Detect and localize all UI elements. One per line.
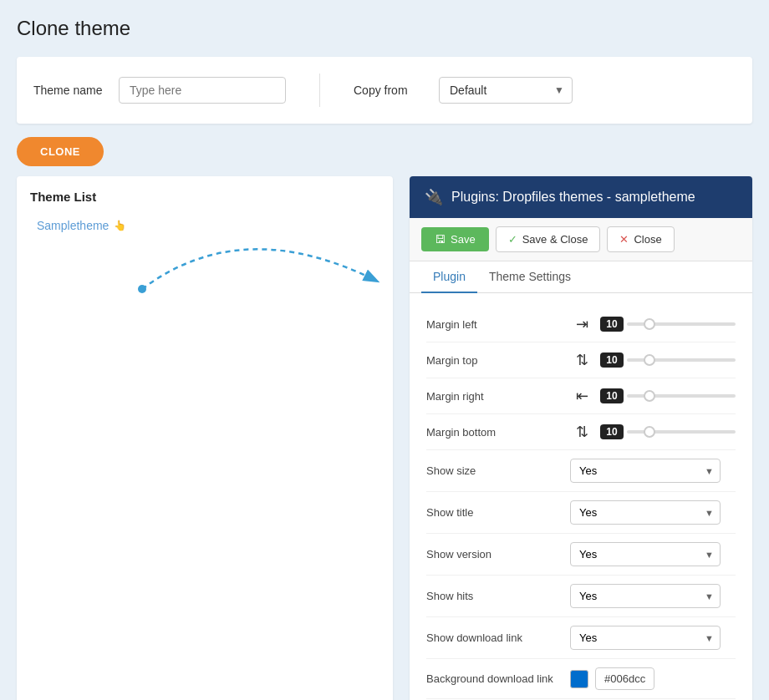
margin-bottom-thumb[interactable] [644,426,655,438]
show-download-link-row: Show download link Yes No ▼ [426,617,736,659]
toolbar: 🖫 Save ✓ Save & Close ✕ Close [410,218,752,261]
bg-download-link-label: Background download link [426,672,560,685]
margin-bottom-slider[interactable] [627,430,736,434]
margin-right-row: Margin right ⇤ 10 [426,378,736,414]
margin-bottom-label: Margin bottom [426,426,560,439]
show-hits-control: Yes No ▼ [570,584,736,608]
margin-bottom-control: ⇅ 10 [570,423,736,441]
show-download-link-label: Show download link [426,632,560,644]
margin-bottom-slider-wrapper: 10 [600,424,736,439]
copy-from-select[interactable]: Default Sampletheme [439,77,573,104]
close-icon: ✕ [619,233,629,246]
show-size-control: Yes No ▼ [570,459,736,483]
page-title: Clone theme [17,17,752,40]
bg-download-link-row: Background download link #006dcc [426,659,736,699]
margin-left-slider-wrapper: 10 [600,317,736,332]
plugin-icon: 🔌 [425,188,443,206]
margin-left-value: 10 [600,317,624,332]
margin-bottom-value: 10 [600,424,624,439]
show-size-label: Show size [426,464,560,477]
save-button[interactable]: 🖫 Save [421,227,489,251]
show-size-select-wrapper: Yes No ▼ [570,459,721,483]
list-item[interactable]: Sampletheme 👆 [30,214,379,237]
bg-download-link-swatch[interactable] [570,670,588,688]
margin-bottom-row: Margin bottom ⇅ 10 [426,414,736,450]
margin-right-slider-wrapper: 10 [600,388,736,403]
margin-top-thumb[interactable] [644,354,655,366]
divider [319,74,320,107]
margin-right-value: 10 [600,388,624,403]
bg-download-link-value: #006dcc [595,667,654,690]
show-title-control: Yes No ▼ [570,500,736,525]
right-panel: 🔌 Plugins: Dropfiles themes - samplethem… [410,176,752,700]
tab-theme-settings[interactable]: Theme Settings [477,261,583,293]
margin-left-control: ⇥ 10 [570,315,736,333]
show-size-row: Show size Yes No ▼ [426,450,736,492]
margin-left-icon: ⇥ [570,315,593,333]
show-version-row: Show version Yes No ▼ [426,534,736,576]
margin-left-thumb[interactable] [644,318,655,330]
show-title-select-wrapper: Yes No ▼ [570,500,721,525]
show-title-label: Show title [426,506,560,519]
copy-from-label: Copy from [354,84,429,97]
margin-top-row: Margin top ⇅ 10 [426,342,736,378]
copy-from-group: Copy from Default Sampletheme ▼ [354,77,573,104]
margin-right-slider[interactable] [627,394,736,398]
margin-top-slider-wrapper: 10 [600,353,736,368]
copy-from-select-wrapper: Default Sampletheme ▼ [439,77,573,104]
bg-download-link-control: #006dcc [570,667,736,690]
show-size-select[interactable]: Yes No [570,459,721,483]
margin-top-value: 10 [600,353,624,368]
show-version-control: Yes No ▼ [570,542,736,566]
cursor-icon: 👆 [114,220,126,231]
show-version-select-wrapper: Yes No ▼ [570,542,721,566]
show-version-select[interactable]: Yes No [570,542,721,566]
show-hits-row: Show hits Yes No ▼ [426,576,736,617]
save-icon: 🖫 [435,233,446,246]
tab-plugin[interactable]: Plugin [421,261,477,293]
margin-right-icon: ⇤ [570,387,593,405]
margin-right-thumb[interactable] [644,390,655,402]
show-version-label: Show version [426,548,560,561]
margin-right-label: Margin right [426,390,560,403]
margin-left-slider[interactable] [627,322,736,326]
show-download-link-control: Yes No ▼ [570,626,736,650]
margin-bottom-icon: ⇅ [570,423,593,441]
margin-top-slider[interactable] [627,358,736,362]
tabs: Plugin Theme Settings [410,261,752,293]
theme-name-label: Theme name [33,84,109,97]
show-title-row: Show title Yes No ▼ [426,492,736,534]
save-close-button[interactable]: ✓ Save & Close [496,226,601,252]
check-icon: ✓ [508,233,517,246]
show-hits-select-wrapper: Yes No ▼ [570,584,721,608]
margin-right-control: ⇤ 10 [570,387,736,405]
show-hits-label: Show hits [426,590,560,602]
margin-top-control: ⇅ 10 [570,351,736,369]
theme-item-label: Sampletheme [37,219,109,232]
theme-name-group: Theme name [33,77,286,104]
clone-button[interactable]: CLONE [17,137,104,166]
settings-body: Margin left ⇥ 10 Margin top ⇅ [410,293,752,700]
show-download-link-select[interactable]: Yes No [570,626,721,650]
theme-list-title: Theme List [30,190,379,204]
show-title-select[interactable]: Yes No [570,500,721,525]
main-layout: Theme List Sampletheme 👆 🔌 Plugins: Drop… [17,176,752,700]
margin-left-row: Margin left ⇥ 10 [426,307,736,342]
left-panel: Theme List Sampletheme 👆 [17,176,393,700]
margin-top-label: Margin top [426,354,560,367]
panel-header: 🔌 Plugins: Dropfiles themes - samplethem… [410,176,752,218]
close-button[interactable]: ✕ Close [607,226,674,252]
margin-left-label: Margin left [426,318,560,331]
show-download-link-select-wrapper: Yes No ▼ [570,626,721,650]
theme-name-input[interactable] [119,77,286,104]
panel-title: Plugins: Dropfiles themes - sampletheme [451,190,695,205]
show-hits-select[interactable]: Yes No [570,584,721,608]
margin-top-icon: ⇅ [570,351,593,369]
top-section: Theme name Copy from Default Sampletheme… [17,57,752,124]
